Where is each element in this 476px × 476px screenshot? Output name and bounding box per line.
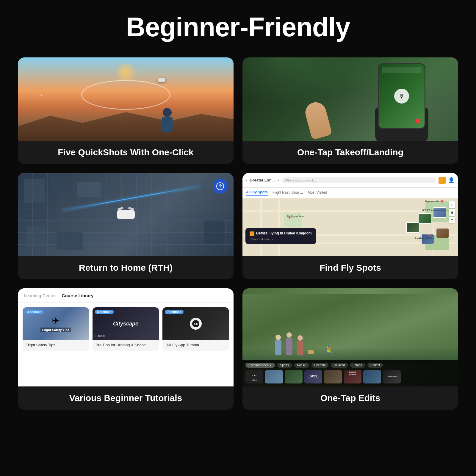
svg-text:DJI: DJI xyxy=(194,323,197,325)
feature-grid: → Five QuickShots With One-Click xyxy=(18,57,458,410)
tab-course-library[interactable]: Course Library xyxy=(62,293,94,302)
place-label-4: Parkland Walk xyxy=(415,237,432,240)
map-thumb-5 xyxy=(406,222,419,233)
quickshots-label: Five QuickShots With One-Click xyxy=(18,141,234,164)
card-takeoff[interactable]: 🎙 One-Tap Takeoff/Landing xyxy=(242,57,458,164)
edits-ui: Recommended ✦ Sports Nature Cheerful Rel… xyxy=(242,360,458,386)
card-rth[interactable]: Return to Home (RTH) xyxy=(18,173,234,279)
tutorials-visual: Learning Center Course Library 8 courses… xyxy=(18,288,234,386)
tag-recommended[interactable]: Recommended ✦ xyxy=(245,363,275,368)
tab-all-fly-spots[interactable]: All Fly Spots xyxy=(246,190,268,196)
quickshots-visual: → xyxy=(18,57,234,141)
course-item-1[interactable]: 8 courses ✈ Flight Safety Tips Flight Sa… xyxy=(23,307,89,351)
edit-thumb-2[interactable] xyxy=(285,370,303,383)
edit-thumb-1[interactable] xyxy=(265,370,283,383)
flyspots-visual: 📍 📍 📍 Pymmes Park IKEATottenham Edmonton… xyxy=(242,173,458,256)
edits-label: One-Tap Edits xyxy=(242,386,458,410)
course-list: 8 courses ✈ Flight Safety Tips Flight Sa… xyxy=(18,303,234,356)
map-thumb-3 xyxy=(436,228,449,238)
course-item-3[interactable]: 7 courses DJI DJI Fly App Tutori xyxy=(162,307,229,351)
map-header: ‹ Greater Lon... ∨ Where do you want... … xyxy=(242,173,458,188)
tag-nature[interactable]: Nature xyxy=(294,363,309,368)
tag-cadent[interactable]: Cadent xyxy=(367,363,383,368)
edit-thumb-tempo[interactable]: TEMPO Street Fashion xyxy=(304,370,322,383)
edits-visual: 🚴 Recommended ✦ Sports Nature Cheerful R… xyxy=(242,288,458,386)
tutorials-label: Various Beginner Tutorials xyxy=(18,386,234,410)
map-search[interactable]: Where do you want... xyxy=(282,177,436,183)
takeoff-label: One-Tap Takeoff/Landing xyxy=(242,141,458,164)
map-thumb-2 xyxy=(418,213,431,224)
card-tutorials[interactable]: Learning Center Course Library 8 courses… xyxy=(18,288,234,410)
tag-cheerful[interactable]: Cheerful xyxy=(311,363,329,368)
card-quickshots[interactable]: → Five QuickShots With One-Click xyxy=(18,57,234,164)
place-label-1: Pymmes Park xyxy=(425,200,442,203)
map-tabs: All Fly Spots Flight Restriction ... Mos… xyxy=(242,188,458,198)
edit-thumb-6[interactable] xyxy=(363,370,381,383)
tab-most-visited[interactable]: Most Visited xyxy=(308,190,327,196)
tutorial-header: Learning Center Course Library xyxy=(18,288,234,303)
card-edits[interactable]: 🚴 Recommended ✦ Sports Nature Cheerful R… xyxy=(242,288,458,410)
edits-strip: ⋯ More TEMPO Street Fashion PO xyxy=(245,370,455,383)
card-flyspots[interactable]: 📍 📍 📍 Pymmes Park IKEATottenham Edmonton… xyxy=(242,173,458,279)
tag-relaxed[interactable]: Relaxed xyxy=(331,363,348,368)
takeoff-visual: 🎙 xyxy=(242,57,458,141)
tab-flight-restriction[interactable]: Flight Restriction ... xyxy=(273,190,303,196)
rth-icon xyxy=(213,179,228,194)
flyspots-label: Find Fly Spots xyxy=(242,256,458,279)
edits-tags: Recommended ✦ Sports Nature Cheerful Rel… xyxy=(245,363,455,368)
tag-tempo[interactable]: Tempo xyxy=(350,363,365,368)
edit-thumb-nature[interactable]: Nature Mood xyxy=(383,370,401,383)
tag-sports[interactable]: Sports xyxy=(277,363,292,368)
course-item-2[interactable]: 5 courses Cityscape Tutorial Pro Tips fo… xyxy=(93,307,159,351)
place-label-3: Highgate Wood xyxy=(287,215,306,218)
page-title: Beginner-Friendly xyxy=(126,12,350,43)
map-area: 📍 📍 📍 Pymmes Park IKEATottenham Edmonton… xyxy=(242,198,458,256)
flyspot-popup: Before Flying in United Kingdom Check ou… xyxy=(245,228,316,244)
edit-thumb-power[interactable]: POWEROF LIFE xyxy=(344,370,361,383)
edit-thumb-4[interactable] xyxy=(324,370,342,383)
rth-label: Return to Home (RTH) xyxy=(18,256,234,279)
edit-thumb-more[interactable]: ⋯ More xyxy=(245,370,263,383)
tab-learning-center[interactable]: Learning Center xyxy=(24,293,56,302)
rth-visual xyxy=(18,173,234,256)
